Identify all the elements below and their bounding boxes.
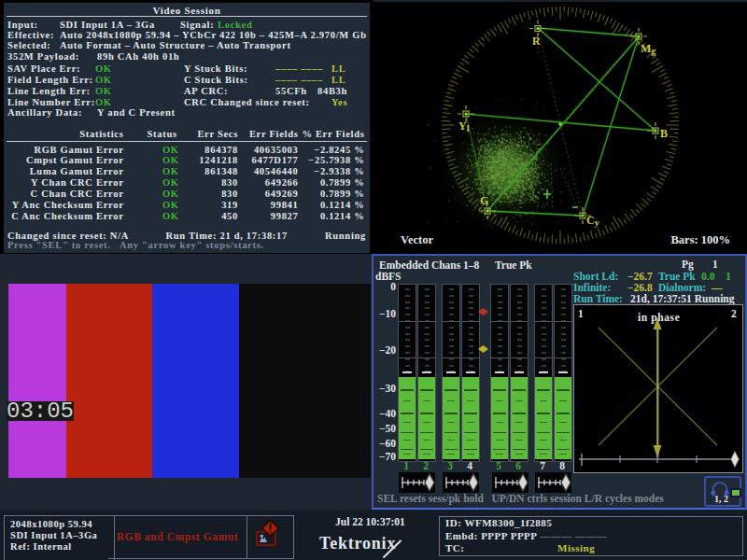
svg-text:B: B <box>660 127 668 140</box>
svg-text:R: R <box>532 35 541 48</box>
svg-text:Cy: Cy <box>586 214 599 228</box>
svg-text:G: G <box>480 194 488 207</box>
svg-text:Mg: Mg <box>641 42 655 56</box>
